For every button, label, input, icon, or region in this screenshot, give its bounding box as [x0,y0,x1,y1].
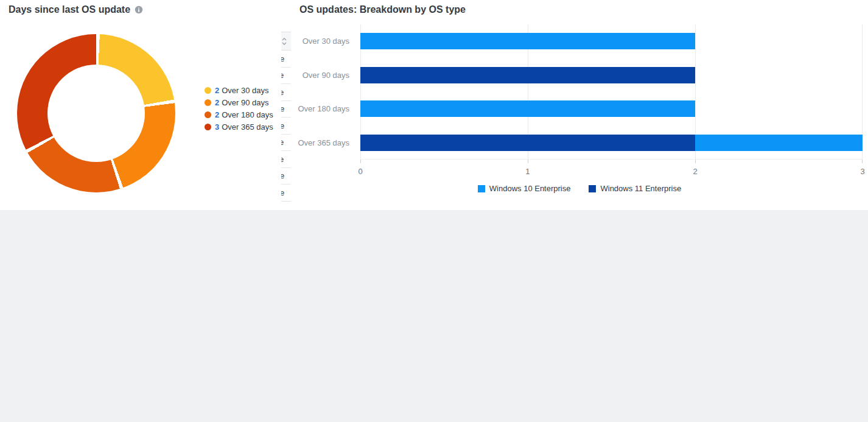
legend-series-name: Windows 11 Enterprise [600,184,681,193]
donut-legend-item[interactable]: 2Over 30 days [205,84,273,96]
bar-row [360,24,863,58]
legend-label: Over 180 days [222,110,273,119]
bar-segment[interactable] [360,100,695,117]
bar-plot-area [360,24,863,160]
bar-segment[interactable] [360,135,695,151]
legend-swatch [589,185,596,192]
legend-count: 2 [215,86,219,95]
donut-card: Days since last OS update 2Over 30 days2… [0,0,281,205]
legend-dot [205,111,211,118]
bar-segment[interactable] [360,67,695,83]
legend-count: 2 [215,98,219,107]
legend-label: Over 90 days [222,98,268,107]
bar-legend-item: Windows 11 Enterprise [589,184,681,193]
donut-card-title: Days since last OS update [9,4,143,15]
axis-tick [862,160,863,163]
bar-card-title: OS updates: Breakdown by OS type [299,4,466,15]
bar [360,135,863,151]
axis-tick [695,160,696,163]
legend-dot [205,124,211,130]
legend-count: 2 [215,110,219,119]
bar-card: OS updates: Breakdown by OS type Over 30… [291,0,868,205]
donut-legend-item[interactable]: 2Over 180 days [205,108,273,121]
bar [360,33,863,49]
bar-segment[interactable] [695,135,863,151]
category-label: Over 180 days [291,92,349,126]
bar-segment[interactable] [360,33,695,49]
category-label: Over 30 days [291,24,349,58]
legend-swatch [478,185,485,192]
legend-dot [205,99,211,106]
legend-count: 3 [215,122,219,132]
sort-carets-icon [282,37,287,46]
category-label: Over 90 days [291,58,349,93]
info-icon[interactable] [135,5,143,14]
bar-row [360,92,863,126]
bar-title-text: OS updates: Breakdown by OS type [299,4,466,15]
bar [360,100,863,117]
legend-label: Over 365 days [222,122,273,132]
donut-chart[interactable] [17,34,175,192]
bar-legend-item: Windows 10 Enterprise [478,184,571,193]
axis-tick [360,160,361,163]
bar-category-labels: Over 30 daysOver 90 daysOver 180 daysOve… [291,24,349,160]
axis-tick-label: 1 [525,167,530,176]
axis-tick-label: 3 [860,167,864,176]
legend-dot [205,87,211,94]
legend-label: Over 30 days [222,86,268,95]
bar [360,67,863,83]
bar-row [360,58,863,93]
donut-title-text: Days since last OS update [9,4,130,15]
donut-legend: 2Over 30 days2Over 90 days2Over 180 days… [205,84,273,133]
donut-legend-item[interactable]: 3Over 365 days [205,121,273,133]
legend-series-name: Windows 10 Enterprise [489,184,571,193]
bar-row [360,126,863,160]
axis-tick-label: 2 [693,167,697,176]
bar-legend: Windows 10 EnterpriseWindows 11 Enterpri… [291,184,868,193]
category-label: Over 365 days [291,126,349,160]
axis-tick [528,160,528,163]
axis-tick-label: 0 [358,167,362,176]
bar-x-axis: 0123 [360,160,863,178]
dashboard: Days since last OS update 2Over 30 days2… [0,0,868,422]
donut-legend-item[interactable]: 2Over 90 days [205,96,273,108]
